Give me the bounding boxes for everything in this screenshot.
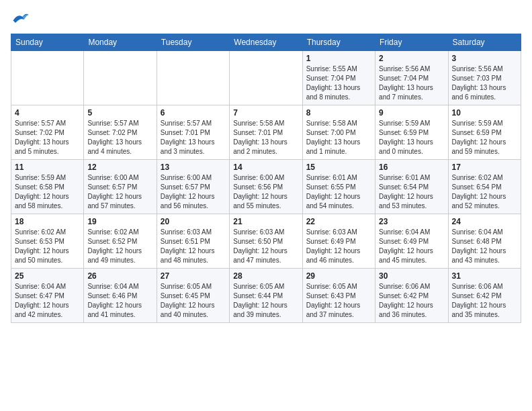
day-number: 19 [87, 217, 152, 226]
day-info: Sunrise: 5:57 AM Sunset: 7:02 PM Dayligh… [15, 119, 80, 156]
page-header [11, 11, 521, 28]
calendar-cell [157, 51, 229, 105]
day-header-thursday: Thursday [302, 34, 375, 51]
calendar-cell: 12Sunrise: 6:00 AM Sunset: 6:57 PM Dayli… [84, 160, 157, 214]
day-header-tuesday: Tuesday [157, 34, 229, 51]
day-info: Sunrise: 6:02 AM Sunset: 6:54 PM Dayligh… [452, 173, 517, 211]
day-number: 16 [379, 163, 444, 172]
day-header-monday: Monday [84, 34, 157, 51]
day-info: Sunrise: 6:05 AM Sunset: 6:45 PM Dayligh… [161, 282, 226, 320]
day-number: 14 [233, 163, 298, 172]
calendar-cell: 24Sunrise: 6:04 AM Sunset: 6:48 PM Dayli… [448, 214, 521, 269]
day-info: Sunrise: 6:04 AM Sunset: 6:46 PM Dayligh… [87, 282, 152, 320]
day-number: 3 [452, 54, 517, 63]
calendar-cell: 6Sunrise: 5:57 AM Sunset: 7:01 PM Daylig… [157, 105, 229, 160]
day-info: Sunrise: 6:04 AM Sunset: 6:48 PM Dayligh… [452, 228, 517, 265]
day-info: Sunrise: 6:01 AM Sunset: 6:54 PM Dayligh… [379, 173, 444, 211]
calendar-cell: 11Sunrise: 5:59 AM Sunset: 6:58 PM Dayli… [11, 160, 84, 214]
calendar-cell [11, 51, 84, 105]
calendar-cell: 29Sunrise: 6:05 AM Sunset: 6:43 PM Dayli… [302, 269, 375, 323]
day-info: Sunrise: 6:03 AM Sunset: 6:50 PM Dayligh… [233, 228, 298, 265]
day-number: 5 [87, 108, 152, 118]
calendar-cell: 9Sunrise: 5:59 AM Sunset: 6:59 PM Daylig… [375, 105, 448, 160]
day-number: 31 [452, 271, 517, 281]
day-number: 8 [306, 108, 371, 118]
calendar-cell: 28Sunrise: 6:05 AM Sunset: 6:44 PM Dayli… [230, 269, 302, 323]
calendar-week-row: 25Sunrise: 6:04 AM Sunset: 6:47 PM Dayli… [11, 269, 521, 323]
day-number: 23 [379, 217, 444, 226]
calendar-table: SundayMondayTuesdayWednesdayThursdayFrid… [11, 34, 521, 323]
logo [11, 11, 32, 28]
day-info: Sunrise: 6:03 AM Sunset: 6:51 PM Dayligh… [161, 228, 226, 265]
day-info: Sunrise: 6:01 AM Sunset: 6:55 PM Dayligh… [306, 173, 371, 211]
calendar-cell: 2Sunrise: 5:56 AM Sunset: 7:04 PM Daylig… [375, 51, 448, 105]
calendar-cell: 31Sunrise: 6:06 AM Sunset: 6:42 PM Dayli… [448, 269, 521, 323]
day-info: Sunrise: 5:59 AM Sunset: 6:58 PM Dayligh… [15, 173, 80, 211]
day-info: Sunrise: 6:06 AM Sunset: 6:42 PM Dayligh… [379, 282, 444, 320]
calendar-cell: 23Sunrise: 6:04 AM Sunset: 6:49 PM Dayli… [375, 214, 448, 269]
day-number: 25 [15, 271, 80, 281]
calendar-cell: 16Sunrise: 6:01 AM Sunset: 6:54 PM Dayli… [375, 160, 448, 214]
calendar-week-row: 1Sunrise: 5:55 AM Sunset: 7:04 PM Daylig… [11, 51, 521, 105]
day-number: 2 [379, 54, 444, 63]
day-number: 21 [233, 217, 298, 226]
day-number: 22 [306, 217, 371, 226]
day-number: 10 [452, 108, 517, 118]
calendar-cell: 14Sunrise: 6:00 AM Sunset: 6:56 PM Dayli… [230, 160, 302, 214]
calendar-week-row: 4Sunrise: 5:57 AM Sunset: 7:02 PM Daylig… [11, 105, 521, 160]
day-info: Sunrise: 5:57 AM Sunset: 7:02 PM Dayligh… [87, 119, 152, 156]
calendar-cell: 20Sunrise: 6:03 AM Sunset: 6:51 PM Dayli… [157, 214, 229, 269]
day-number: 7 [233, 108, 298, 118]
calendar-cell: 10Sunrise: 5:59 AM Sunset: 6:59 PM Dayli… [448, 105, 521, 160]
day-number: 9 [379, 108, 444, 118]
day-info: Sunrise: 6:06 AM Sunset: 6:42 PM Dayligh… [452, 282, 517, 320]
calendar-cell: 22Sunrise: 6:03 AM Sunset: 6:49 PM Dayli… [302, 214, 375, 269]
calendar-cell: 1Sunrise: 5:55 AM Sunset: 7:04 PM Daylig… [302, 51, 375, 105]
calendar-cell: 19Sunrise: 6:02 AM Sunset: 6:52 PM Dayli… [84, 214, 157, 269]
day-number: 27 [161, 271, 226, 281]
day-number: 30 [379, 271, 444, 281]
calendar-cell [230, 51, 302, 105]
day-number: 13 [161, 163, 226, 172]
day-number: 4 [15, 108, 80, 118]
calendar-cell: 15Sunrise: 6:01 AM Sunset: 6:55 PM Dayli… [302, 160, 375, 214]
day-info: Sunrise: 5:59 AM Sunset: 6:59 PM Dayligh… [452, 119, 517, 156]
day-info: Sunrise: 6:00 AM Sunset: 6:57 PM Dayligh… [87, 173, 152, 211]
day-header-friday: Friday [375, 34, 448, 51]
day-number: 1 [306, 54, 371, 63]
calendar-cell: 8Sunrise: 5:58 AM Sunset: 7:00 PM Daylig… [302, 105, 375, 160]
day-number: 28 [233, 271, 298, 281]
calendar-cell [84, 51, 157, 105]
day-info: Sunrise: 5:55 AM Sunset: 7:04 PM Dayligh… [306, 64, 371, 102]
day-number: 11 [15, 163, 80, 172]
day-number: 20 [161, 217, 226, 226]
calendar-cell: 27Sunrise: 6:05 AM Sunset: 6:45 PM Dayli… [157, 269, 229, 323]
calendar-cell: 25Sunrise: 6:04 AM Sunset: 6:47 PM Dayli… [11, 269, 84, 323]
day-number: 29 [306, 271, 371, 281]
day-number: 6 [161, 108, 226, 118]
logo-bird-icon [11, 11, 30, 26]
calendar-week-row: 18Sunrise: 6:02 AM Sunset: 6:53 PM Dayli… [11, 214, 521, 269]
calendar-cell: 7Sunrise: 5:58 AM Sunset: 7:01 PM Daylig… [230, 105, 302, 160]
day-info: Sunrise: 5:58 AM Sunset: 7:00 PM Dayligh… [306, 119, 371, 156]
calendar-cell: 21Sunrise: 6:03 AM Sunset: 6:50 PM Dayli… [230, 214, 302, 269]
day-info: Sunrise: 6:03 AM Sunset: 6:49 PM Dayligh… [306, 228, 371, 265]
day-info: Sunrise: 5:59 AM Sunset: 6:59 PM Dayligh… [379, 119, 444, 156]
day-info: Sunrise: 6:00 AM Sunset: 6:56 PM Dayligh… [233, 173, 298, 211]
day-header-saturday: Saturday [448, 34, 521, 51]
day-header-wednesday: Wednesday [230, 34, 302, 51]
day-info: Sunrise: 6:00 AM Sunset: 6:57 PM Dayligh… [161, 173, 226, 211]
day-number: 18 [15, 217, 80, 226]
calendar-cell: 26Sunrise: 6:04 AM Sunset: 6:46 PM Dayli… [84, 269, 157, 323]
calendar-cell: 13Sunrise: 6:00 AM Sunset: 6:57 PM Dayli… [157, 160, 229, 214]
day-number: 12 [87, 163, 152, 172]
day-info: Sunrise: 5:57 AM Sunset: 7:01 PM Dayligh… [161, 119, 226, 156]
day-info: Sunrise: 6:04 AM Sunset: 6:49 PM Dayligh… [379, 228, 444, 265]
calendar-cell: 17Sunrise: 6:02 AM Sunset: 6:54 PM Dayli… [448, 160, 521, 214]
calendar-cell: 30Sunrise: 6:06 AM Sunset: 6:42 PM Dayli… [375, 269, 448, 323]
day-number: 26 [87, 271, 152, 281]
day-number: 15 [306, 163, 371, 172]
day-info: Sunrise: 6:02 AM Sunset: 6:53 PM Dayligh… [15, 228, 80, 265]
calendar-cell: 4Sunrise: 5:57 AM Sunset: 7:02 PM Daylig… [11, 105, 84, 160]
day-info: Sunrise: 6:05 AM Sunset: 6:43 PM Dayligh… [306, 282, 371, 320]
